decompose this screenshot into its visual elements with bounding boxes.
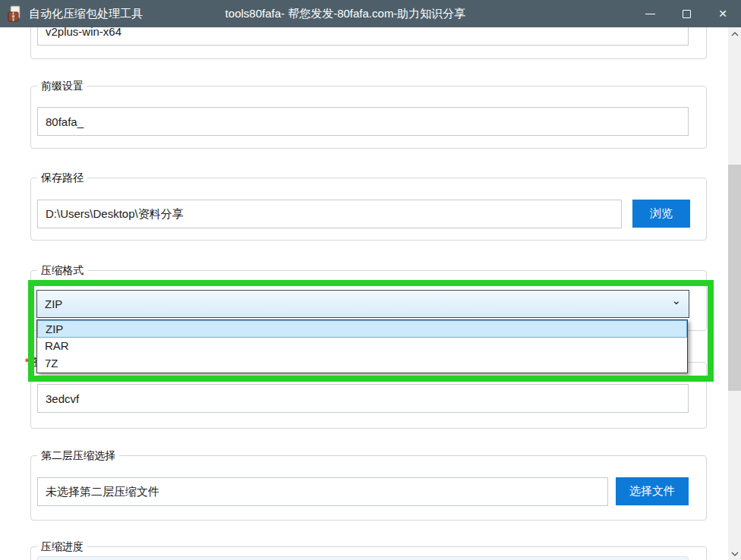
app-title: 自动化压缩包处理工具 [29, 0, 143, 27]
app-icon [6, 5, 23, 22]
password-input[interactable] [37, 384, 689, 413]
dropdown-option-zip[interactable]: ZIP [37, 320, 687, 338]
format-combobox-value: ZIP [45, 291, 62, 317]
scroll-down-button[interactable] [728, 547, 741, 560]
maximize-button[interactable] [668, 0, 705, 27]
close-button[interactable]: ✕ [705, 0, 741, 27]
maximize-icon [683, 10, 691, 18]
section-progress: 压缩进度 [30, 546, 707, 560]
dropdown-option-rar[interactable]: RAR [37, 338, 687, 355]
chevron-down-icon: ⌄ [671, 294, 681, 307]
close-icon: ✕ [718, 8, 727, 19]
browse-button[interactable]: 浏览 [632, 200, 690, 228]
scrollbar-thumb[interactable] [728, 165, 741, 391]
format-dropdown-list: ZIP RAR 7Z [36, 319, 688, 373]
progress-bar-track [37, 556, 689, 560]
window-controls: ✕ [632, 0, 741, 27]
section-prefix: 前缀设置 [30, 86, 707, 149]
second-layer-input[interactable] [37, 477, 608, 506]
prefix-legend: 前缀设置 [37, 79, 87, 93]
select-file-button[interactable]: 选择文件 [616, 477, 689, 505]
window-title-center: tools80fafa- 帮您发发-80fafa.com-助力知识分享 [225, 0, 466, 27]
scroll-up-button[interactable] [728, 27, 741, 40]
titlebar: 自动化压缩包处理工具 tools80fafa- 帮您发发-80fafa.com-… [0, 0, 741, 27]
second-layer-legend: 第二层压缩选择 [37, 448, 119, 463]
archive-name-input[interactable] [37, 27, 689, 46]
save-path-legend: 保存路径 [37, 171, 87, 185]
section-archive-name [30, 27, 707, 59]
format-combobox[interactable]: ZIP ⌄ [36, 290, 689, 318]
chevron-down-icon [731, 552, 739, 556]
minimize-button[interactable] [632, 0, 668, 27]
save-path-input[interactable] [37, 200, 622, 228]
section-second-layer: 第二层压缩选择 选择文件 [30, 455, 707, 521]
prefix-input[interactable] [37, 107, 689, 136]
required-marker: * [25, 356, 29, 368]
section-save-path: 保存路径 浏览 [30, 178, 707, 241]
progress-legend: 压缩进度 [37, 540, 87, 554]
vertical-scrollbar[interactable] [728, 27, 741, 560]
chevron-up-icon [731, 32, 739, 36]
dropdown-option-7z[interactable]: 7Z [37, 355, 687, 373]
format-legend: 压缩格式 [37, 263, 87, 278]
app-window: 自动化压缩包处理工具 tools80fafa- 帮您发发-80fafa.com-… [0, 0, 741, 560]
minimize-icon [645, 14, 655, 14]
form-content: 前缀设置 保存路径 浏览 压缩格式 *密 第二层压缩选择 选择文件 压缩进度 [0, 27, 741, 560]
